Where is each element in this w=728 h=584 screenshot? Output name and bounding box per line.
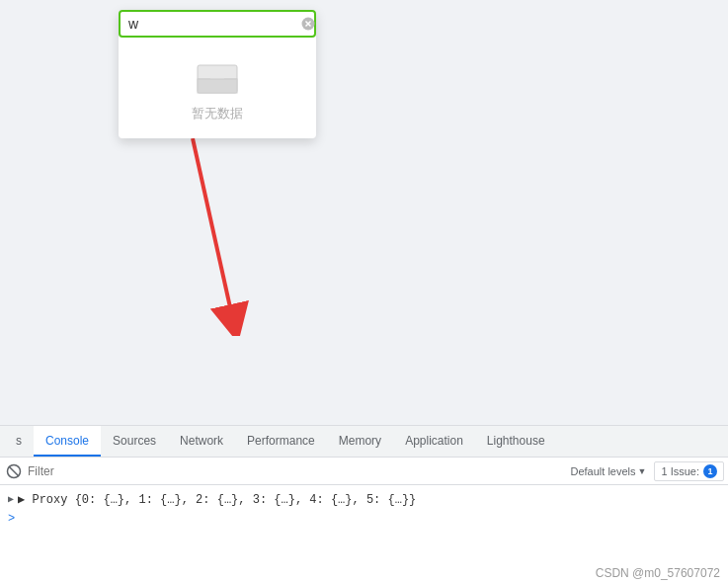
tab-memory[interactable]: Memory (327, 426, 393, 457)
search-clear-button[interactable] (301, 17, 315, 31)
devtools-panel: s Console Sources Network Performance Me… (0, 425, 728, 584)
console-output: ▶ Proxy {0: {…}, 1: {…}, 2: {…}, 3: {…},… (18, 492, 416, 507)
tab-application[interactable]: Application (393, 426, 475, 457)
default-levels-label: Default levels (571, 465, 636, 477)
issue-count-badge: 1 (703, 464, 717, 478)
svg-line-6 (193, 138, 232, 316)
tab-lighthouse[interactable]: Lighthouse (475, 426, 557, 457)
chevron-down-icon: ▼ (638, 466, 647, 476)
issues-label: 1 Issue: (661, 465, 699, 477)
empty-state-icon (193, 57, 242, 97)
search-dropdown: 暂无数据 (119, 10, 316, 138)
search-input[interactable] (128, 16, 301, 32)
tab-network[interactable]: Network (168, 426, 235, 457)
expand-icon[interactable]: ▶ (8, 493, 14, 505)
tab-sources[interactable]: Sources (101, 426, 168, 457)
svg-rect-4 (198, 79, 237, 93)
default-levels-dropdown[interactable]: Default levels ▼ (567, 463, 651, 479)
no-data-area: 暂无数据 (119, 38, 316, 138)
devtools-toolbar: Default levels ▼ 1 Issue: 1 (0, 458, 728, 485)
block-icon[interactable] (4, 461, 24, 481)
search-input-wrapper (119, 10, 316, 38)
console-prompt-row: > (8, 509, 720, 529)
console-row: ▶ ▶ Proxy {0: {…}, 1: {…}, 2: {…}, 3: {…… (8, 489, 720, 509)
main-content: 暂无数据 (0, 0, 728, 425)
console-prompt-icon[interactable]: > (8, 512, 15, 526)
console-content: ▶ ▶ Proxy {0: {…}, 1: {…}, 2: {…}, 3: {…… (0, 485, 728, 533)
svg-line-8 (9, 466, 19, 476)
no-data-text: 暂无数据 (192, 105, 243, 123)
filter-input[interactable] (28, 461, 563, 481)
tab-performance[interactable]: Performance (235, 426, 327, 457)
watermark: CSDN @m0_57607072 (596, 566, 720, 580)
tab-s[interactable]: s (4, 426, 34, 457)
devtools-tabs: s Console Sources Network Performance Me… (0, 426, 728, 458)
issues-badge[interactable]: 1 Issue: 1 (654, 461, 724, 481)
arrow-indicator (173, 138, 252, 340)
tab-console[interactable]: Console (34, 426, 101, 457)
